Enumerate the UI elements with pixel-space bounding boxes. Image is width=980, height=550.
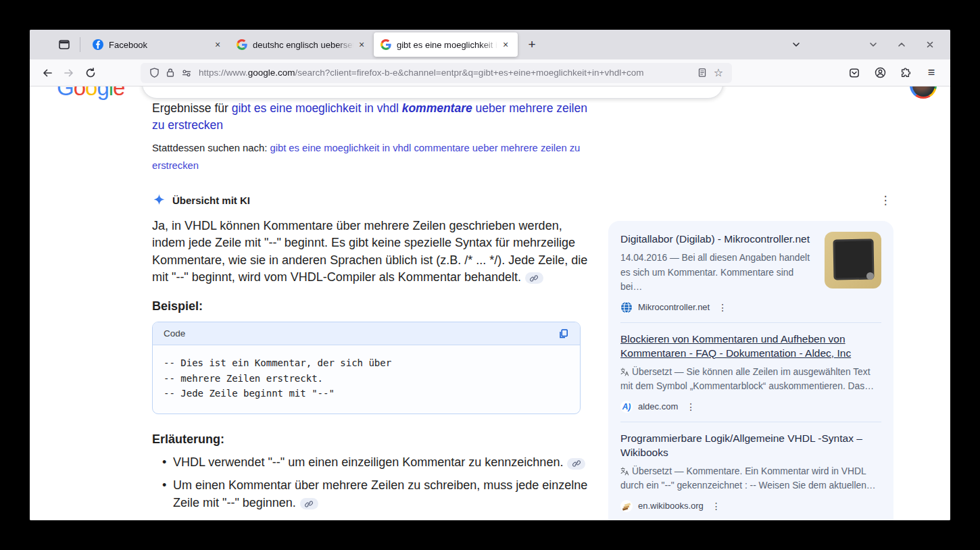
card-menu-button[interactable]: ⋮ <box>712 501 721 511</box>
hamburger-icon: ≡ <box>928 66 935 80</box>
account-avatar[interactable] <box>910 86 937 99</box>
erlaeuterung-heading: Erläuterung: <box>152 432 224 447</box>
code-block-header: Code <box>153 322 580 345</box>
source-card[interactable]: Digitallabor (Digilab) - Mikrocontroller… <box>620 232 881 314</box>
divider <box>620 422 881 422</box>
extensions-button[interactable] <box>895 62 916 84</box>
list-item: •Der VHDL-Compiler ignoriert alles, was … <box>162 518 595 520</box>
reload-icon <box>85 68 96 78</box>
source-row: en.wikibooks.org ⋮ <box>620 500 881 512</box>
close-icon <box>925 40 935 49</box>
tab-title: Facebook <box>109 40 211 50</box>
ai-overview-title: Übersicht mit KI <box>172 195 250 206</box>
source-row: Mikrocontroller.net ⋮ <box>620 301 816 314</box>
source-domain: aldec.com <box>638 401 678 411</box>
tab-title: deutshc englisch uebersetz <box>253 40 355 50</box>
source-card-title[interactable]: Blockieren von Kommentaren und Aufheben … <box>620 332 881 360</box>
search-input[interactable] <box>142 86 723 99</box>
url-bar[interactable]: https://www.google.com/search?client=fir… <box>141 63 732 83</box>
source-link-chip[interactable] <box>567 458 585 470</box>
pocket-save-button[interactable] <box>843 62 865 84</box>
reader-view-icon[interactable] <box>694 65 710 81</box>
tab-active-vhdl[interactable]: gibt es eine moeglichkeit in × <box>374 32 518 57</box>
url-text[interactable]: https://www.google.com/search?client=fir… <box>199 68 694 78</box>
beispiel-heading: Beispiel: <box>152 299 203 314</box>
google-favicon-icon <box>381 39 391 50</box>
forward-arrow-icon <box>64 68 74 78</box>
tab-close-icon[interactable]: × <box>499 38 512 51</box>
search-instead-line: Stattdessen suchen nach: gibt es eine mo… <box>152 140 590 174</box>
google-logo: Google <box>57 86 124 101</box>
chevron-down-icon <box>791 40 801 49</box>
code-block: Code -- Dies ist ein Kommentar, der sich… <box>152 322 581 414</box>
list-item: •VHDL verwendet "--" um einen einzeilige… <box>162 454 595 471</box>
close-window-button[interactable] <box>919 34 941 55</box>
divider <box>620 322 881 323</box>
puzzle-piece-icon <box>900 68 911 78</box>
minimize-button[interactable] <box>862 34 884 55</box>
result-thumbnail-microchip[interactable] <box>825 232 881 289</box>
ai-sources-panel: Digitallabor (Digilab) - Mikrocontroller… <box>608 221 893 520</box>
back-arrow-icon <box>42 68 53 78</box>
new-tab-button[interactable]: + <box>522 34 542 55</box>
facebook-favicon-icon <box>93 39 103 50</box>
tab-facebook[interactable]: Facebook × <box>86 32 230 57</box>
lock-icon[interactable] <box>162 65 178 81</box>
chevron-down-icon <box>868 40 878 49</box>
source-card-snippet: Übersetzt — Kommentare. Ein Kommentar wi… <box>620 464 881 493</box>
link-icon <box>572 459 581 468</box>
translate-icon <box>620 368 629 376</box>
url-domain: google.com <box>248 68 295 78</box>
source-card[interactable]: Blockieren von Kommentaren und Aufheben … <box>620 332 881 413</box>
avatar-photo <box>912 86 935 97</box>
link-icon <box>305 500 313 508</box>
card-menu-button[interactable]: ⋮ <box>718 302 727 313</box>
google-results-page: Google Ergebnisse für gibt es eine moegl… <box>30 86 950 520</box>
maximize-button[interactable] <box>891 34 912 55</box>
copy-code-button[interactable] <box>556 326 572 342</box>
tab-close-icon[interactable]: × <box>355 38 368 51</box>
code-block-title: Code <box>164 328 185 339</box>
source-card[interactable]: Programmierbare Logik/Allgemeine VHDL -S… <box>620 431 881 512</box>
browser-window: Facebook × deutshc englisch uebersetz × … <box>30 30 950 520</box>
list-all-tabs-button[interactable] <box>785 34 807 55</box>
tab-bar: Facebook × deutshc englisch uebersetz × … <box>30 30 950 59</box>
source-domain: en.wikibooks.org <box>638 501 704 511</box>
account-icon <box>875 67 886 78</box>
google-favicon-icon <box>237 39 247 50</box>
firefox-view-button[interactable] <box>53 33 76 56</box>
window-controls <box>862 34 941 55</box>
tracking-protection-shield-icon[interactable] <box>146 65 162 81</box>
source-card-snippet: 14.04.2016 — Bei all diesen Angaben hand… <box>620 251 816 295</box>
chevron-up-icon <box>897 40 906 49</box>
url-prefix: https://www. <box>199 68 248 78</box>
code-content[interactable]: -- Dies ist ein Kommentar, der sich über… <box>153 345 580 414</box>
card-menu-button[interactable]: ⋮ <box>686 401 695 412</box>
source-card-title[interactable]: Digitallabor (Digilab) - Mikrocontroller… <box>620 232 816 246</box>
source-link-chip[interactable] <box>525 272 543 284</box>
tab-title: gibt es eine moeglichkeit in <box>397 40 499 50</box>
ai-overview-paragraph: Ja, in VHDL können Kommentare über mehre… <box>152 218 590 286</box>
account-button[interactable] <box>869 62 891 84</box>
ai-overview-header: Übersicht mit KI ⋮ <box>152 193 893 207</box>
source-link-chip[interactable] <box>300 498 318 509</box>
tab-separator <box>80 37 80 52</box>
results-for-line: Ergebnisse für gibt es eine moeglichkeit… <box>152 100 590 134</box>
reload-button[interactable] <box>80 62 101 84</box>
tab-uebersetzer[interactable]: deutshc englisch uebersetz × <box>230 32 374 57</box>
site-permissions-icon[interactable] <box>178 65 195 81</box>
app-menu-button[interactable]: ≡ <box>921 62 942 84</box>
firefox-view-icon <box>58 39 70 51</box>
source-card-title[interactable]: Programmierbare Logik/Allgemeine VHDL -S… <box>620 431 881 459</box>
tab-close-icon[interactable]: × <box>211 38 224 51</box>
ai-overview-menu-button[interactable]: ⋮ <box>877 193 893 207</box>
globe-favicon-icon <box>620 301 633 314</box>
ai-sparkle-icon <box>152 193 166 207</box>
aldec-favicon-icon: A) <box>620 401 633 413</box>
bookmark-star-icon[interactable]: ☆ <box>710 65 727 81</box>
source-card-snippet: Übersetzt — Sie können alle Zeilen im au… <box>620 365 881 394</box>
explanation-list: •VHDL verwendet "--" um einen einzeilige… <box>162 454 595 520</box>
url-path: /search?client=firefox-b-e&channel=entpr… <box>295 68 644 78</box>
back-button[interactable] <box>36 62 58 84</box>
forward-button[interactable] <box>58 62 80 84</box>
